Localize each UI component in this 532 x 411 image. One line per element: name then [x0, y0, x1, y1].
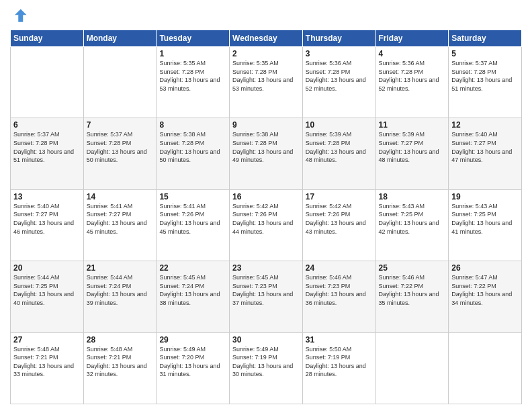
weekday-header-saturday: Saturday — [449, 30, 522, 47]
calendar-cell: 29Sunrise: 5:49 AM Sunset: 7:20 PM Dayli… — [157, 332, 230, 404]
day-number: 17 — [306, 192, 373, 201]
day-number: 14 — [87, 192, 154, 201]
weekday-header-thursday: Thursday — [302, 30, 375, 47]
day-number: 24 — [306, 263, 373, 273]
calendar-cell: 15Sunrise: 5:41 AM Sunset: 7:26 PM Dayli… — [157, 189, 230, 261]
day-number: 8 — [159, 120, 226, 130]
calendar-cell: 12Sunrise: 5:40 AM Sunset: 7:27 PM Dayli… — [449, 118, 522, 189]
calendar-cell: 4Sunrise: 5:36 AM Sunset: 7:28 PM Daylig… — [375, 47, 449, 118]
header — [10, 7, 522, 26]
calendar-cell: 1Sunrise: 5:35 AM Sunset: 7:28 PM Daylig… — [157, 47, 230, 118]
logo — [10, 7, 32, 26]
day-info: Sunrise: 5:46 AM Sunset: 7:22 PM Dayligh… — [379, 273, 446, 307]
calendar-cell: 8Sunrise: 5:38 AM Sunset: 7:28 PM Daylig… — [157, 118, 230, 189]
calendar-week-3: 20Sunrise: 5:44 AM Sunset: 7:25 PM Dayli… — [11, 261, 522, 332]
day-number: 22 — [159, 263, 226, 273]
day-info: Sunrise: 5:45 AM Sunset: 7:24 PM Dayligh… — [159, 273, 226, 307]
day-number: 23 — [232, 263, 300, 273]
day-info: Sunrise: 5:43 AM Sunset: 7:25 PM Dayligh… — [379, 202, 446, 236]
day-info: Sunrise: 5:41 AM Sunset: 7:27 PM Dayligh… — [87, 202, 154, 236]
calendar-cell: 26Sunrise: 5:47 AM Sunset: 7:22 PM Dayli… — [449, 261, 522, 332]
day-number: 31 — [306, 335, 373, 345]
day-number: 25 — [379, 263, 446, 273]
calendar-cell: 28Sunrise: 5:48 AM Sunset: 7:21 PM Dayli… — [83, 332, 157, 404]
calendar-cell: 25Sunrise: 5:46 AM Sunset: 7:22 PM Dayli… — [375, 261, 449, 332]
day-info: Sunrise: 5:35 AM Sunset: 7:28 PM Dayligh… — [159, 59, 226, 93]
calendar-cell: 7Sunrise: 5:37 AM Sunset: 7:28 PM Daylig… — [83, 118, 157, 189]
calendar-body: 1Sunrise: 5:35 AM Sunset: 7:28 PM Daylig… — [11, 47, 522, 404]
day-number: 1 — [159, 49, 226, 58]
calendar-cell: 20Sunrise: 5:44 AM Sunset: 7:25 PM Dayli… — [11, 261, 84, 332]
calendar-cell: 31Sunrise: 5:50 AM Sunset: 7:19 PM Dayli… — [302, 332, 375, 404]
weekday-header-friday: Friday — [375, 30, 449, 47]
day-info: Sunrise: 5:50 AM Sunset: 7:19 PM Dayligh… — [306, 345, 373, 379]
day-info: Sunrise: 5:41 AM Sunset: 7:26 PM Dayligh… — [159, 202, 226, 236]
day-info: Sunrise: 5:46 AM Sunset: 7:23 PM Dayligh… — [306, 273, 373, 307]
calendar-cell — [375, 332, 449, 404]
day-number: 2 — [232, 49, 300, 58]
calendar-cell: 13Sunrise: 5:40 AM Sunset: 7:27 PM Dayli… — [11, 189, 84, 261]
svg-marker-0 — [15, 9, 27, 22]
weekday-header-wednesday: Wednesday — [230, 30, 303, 47]
day-number: 7 — [87, 120, 154, 130]
day-info: Sunrise: 5:35 AM Sunset: 7:28 PM Dayligh… — [232, 59, 300, 93]
day-info: Sunrise: 5:44 AM Sunset: 7:25 PM Dayligh… — [13, 273, 81, 307]
calendar-cell: 14Sunrise: 5:41 AM Sunset: 7:27 PM Dayli… — [83, 189, 157, 261]
header-row: SundayMondayTuesdayWednesdayThursdayFrid… — [11, 30, 522, 47]
day-number: 5 — [451, 49, 519, 58]
calendar-cell: 9Sunrise: 5:38 AM Sunset: 7:28 PM Daylig… — [230, 118, 303, 189]
calendar-cell: 24Sunrise: 5:46 AM Sunset: 7:23 PM Dayli… — [302, 261, 375, 332]
calendar-cell — [449, 332, 522, 404]
calendar-cell: 30Sunrise: 5:49 AM Sunset: 7:19 PM Dayli… — [230, 332, 303, 404]
calendar-cell: 27Sunrise: 5:48 AM Sunset: 7:21 PM Dayli… — [11, 332, 84, 404]
day-info: Sunrise: 5:47 AM Sunset: 7:22 PM Dayligh… — [451, 273, 519, 307]
day-number: 13 — [13, 192, 81, 201]
day-info: Sunrise: 5:43 AM Sunset: 7:25 PM Dayligh… — [451, 202, 519, 236]
calendar-cell: 2Sunrise: 5:35 AM Sunset: 7:28 PM Daylig… — [230, 47, 303, 118]
day-number: 10 — [306, 120, 373, 130]
day-info: Sunrise: 5:38 AM Sunset: 7:28 PM Dayligh… — [159, 130, 226, 164]
day-info: Sunrise: 5:40 AM Sunset: 7:27 PM Dayligh… — [451, 130, 519, 164]
calendar-cell: 22Sunrise: 5:45 AM Sunset: 7:24 PM Dayli… — [157, 261, 230, 332]
day-info: Sunrise: 5:42 AM Sunset: 7:26 PM Dayligh… — [232, 202, 300, 236]
day-info: Sunrise: 5:45 AM Sunset: 7:23 PM Dayligh… — [232, 273, 300, 307]
calendar-cell: 23Sunrise: 5:45 AM Sunset: 7:23 PM Dayli… — [230, 261, 303, 332]
calendar-cell: 5Sunrise: 5:37 AM Sunset: 7:28 PM Daylig… — [449, 47, 522, 118]
calendar-cell — [11, 47, 84, 118]
page: SundayMondayTuesdayWednesdayThursdayFrid… — [0, 0, 532, 411]
day-number: 29 — [159, 335, 226, 345]
calendar-week-2: 13Sunrise: 5:40 AM Sunset: 7:27 PM Dayli… — [11, 189, 522, 261]
day-info: Sunrise: 5:48 AM Sunset: 7:21 PM Dayligh… — [13, 345, 81, 379]
calendar-cell: 10Sunrise: 5:39 AM Sunset: 7:28 PM Dayli… — [302, 118, 375, 189]
calendar-cell: 11Sunrise: 5:39 AM Sunset: 7:27 PM Dayli… — [375, 118, 449, 189]
weekday-header-tuesday: Tuesday — [157, 30, 230, 47]
day-number: 19 — [451, 192, 519, 201]
logo-icon — [10, 7, 29, 26]
day-info: Sunrise: 5:48 AM Sunset: 7:21 PM Dayligh… — [87, 345, 154, 379]
day-info: Sunrise: 5:42 AM Sunset: 7:26 PM Dayligh… — [306, 202, 373, 236]
calendar-cell: 18Sunrise: 5:43 AM Sunset: 7:25 PM Dayli… — [375, 189, 449, 261]
calendar-week-4: 27Sunrise: 5:48 AM Sunset: 7:21 PM Dayli… — [11, 332, 522, 404]
day-info: Sunrise: 5:37 AM Sunset: 7:28 PM Dayligh… — [13, 130, 81, 164]
day-number: 11 — [379, 120, 446, 130]
day-number: 4 — [379, 49, 446, 58]
day-number: 9 — [232, 120, 300, 130]
day-info: Sunrise: 5:37 AM Sunset: 7:28 PM Dayligh… — [87, 130, 154, 164]
calendar-cell: 17Sunrise: 5:42 AM Sunset: 7:26 PM Dayli… — [302, 189, 375, 261]
day-info: Sunrise: 5:38 AM Sunset: 7:28 PM Dayligh… — [232, 130, 300, 164]
weekday-header-monday: Monday — [83, 30, 157, 47]
day-info: Sunrise: 5:39 AM Sunset: 7:28 PM Dayligh… — [306, 130, 373, 164]
calendar-cell: 21Sunrise: 5:44 AM Sunset: 7:24 PM Dayli… — [83, 261, 157, 332]
day-info: Sunrise: 5:36 AM Sunset: 7:28 PM Dayligh… — [306, 59, 373, 93]
weekday-header-sunday: Sunday — [11, 30, 84, 47]
calendar-cell: 16Sunrise: 5:42 AM Sunset: 7:26 PM Dayli… — [230, 189, 303, 261]
day-info: Sunrise: 5:36 AM Sunset: 7:28 PM Dayligh… — [379, 59, 446, 93]
calendar-cell: 19Sunrise: 5:43 AM Sunset: 7:25 PM Dayli… — [449, 189, 522, 261]
calendar-cell — [83, 47, 157, 118]
day-number: 3 — [306, 49, 373, 58]
day-number: 30 — [232, 335, 300, 345]
day-number: 15 — [159, 192, 226, 201]
day-info: Sunrise: 5:39 AM Sunset: 7:27 PM Dayligh… — [379, 130, 446, 164]
day-number: 16 — [232, 192, 300, 201]
day-info: Sunrise: 5:40 AM Sunset: 7:27 PM Dayligh… — [13, 202, 81, 236]
